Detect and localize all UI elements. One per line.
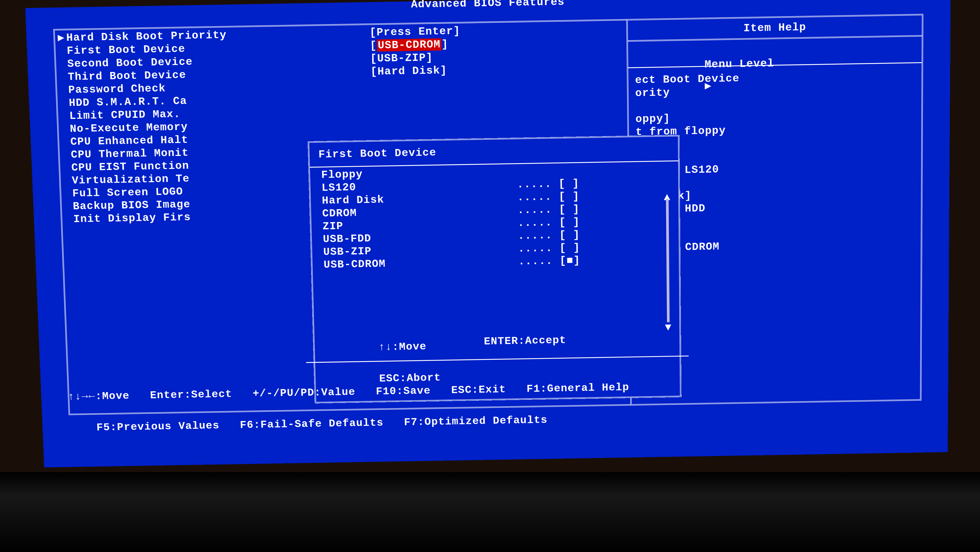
- option-label: Hard Disk: [322, 194, 384, 207]
- monitor-bezel: [0, 472, 980, 552]
- setting-label: Init Display Firs: [73, 211, 191, 225]
- bios-screen: 2008 Award Software Advanced BIOS Featur…: [25, 0, 950, 467]
- setting-label: CPU Thermal Monit: [70, 147, 189, 161]
- option-state: ..... [ ]: [518, 217, 580, 228]
- popup-scrollbar[interactable]: ▲ ▼: [663, 192, 673, 329]
- option-label: ZIP: [322, 220, 344, 233]
- scroll-track[interactable]: [666, 199, 670, 322]
- setting-label: CPU Enhanced Halt: [70, 134, 189, 148]
- option-state: ..... [ ]: [517, 178, 579, 190]
- item-help-title: Item Help: [628, 15, 922, 41]
- option-state: ..... [ ]: [518, 230, 580, 241]
- setting-label: HDD S.M.A.R.T. Ca: [68, 95, 187, 109]
- scroll-up-icon[interactable]: ▲: [663, 192, 672, 199]
- option-state: ..... [ ]: [517, 204, 580, 215]
- option-label: Floppy: [321, 168, 363, 181]
- setting-label: Full Screen LOGO: [72, 186, 183, 199]
- setting-label: First Boot Device: [67, 43, 185, 57]
- menu-level-label: Menu Level: [705, 57, 774, 71]
- setting-label: Limit CPUID Max.: [69, 108, 181, 122]
- hint-accept: ENTER:Accept: [484, 335, 566, 347]
- option-state: ..... [■]: [518, 255, 580, 267]
- setting-label: Virtualization Te: [72, 173, 190, 187]
- legend-line-1: ↑↓→←:Move Enter:Select +/-/PU/PD:Value F…: [68, 377, 922, 402]
- cursor-icon: ▶: [57, 32, 65, 43]
- menu-level-row: Menu Level ▶: [635, 45, 915, 63]
- key-legend: ↑↓→←:Move Enter:Select +/-/PU/PD:Value F…: [67, 356, 922, 454]
- setting-label: Password Check: [68, 82, 166, 96]
- option-label: USB-ZIP: [323, 246, 372, 258]
- setting-label: Second Boot Device: [67, 56, 193, 70]
- setting-value[interactable]: [Hard Disk]: [371, 65, 447, 77]
- setting-value[interactable]: [USB-CDROM]: [370, 39, 449, 51]
- setting-label: Hard Disk Boot Priority: [66, 29, 227, 44]
- setting-value[interactable]: [Press Enter]: [369, 26, 460, 38]
- setting-value[interactable]: [USB-ZIP]: [370, 52, 433, 64]
- main-frame: ▶Hard Disk Boot Priority[Press Enter]Fir…: [53, 14, 923, 415]
- option-label: USB-FDD: [323, 233, 371, 245]
- page-title: Advanced BIOS Features: [25, 0, 951, 17]
- setting-label: Third Boot Device: [68, 69, 186, 83]
- setting-label: No-Execute Memory: [70, 121, 188, 135]
- setting-label: Backup BIOS Image: [73, 198, 191, 212]
- header: 2008 Award Software Advanced BIOS Featur…: [25, 0, 951, 17]
- option-label: LS120: [321, 181, 356, 194]
- popup-title: First Boot Device: [318, 143, 669, 164]
- option-label: USB-CDROM: [323, 258, 386, 271]
- option-state: ..... [ ]: [518, 242, 580, 254]
- setting-label: CPU EIST Function: [71, 160, 189, 174]
- legend-line-2: F5:Previous Values F6:Fail-Safe Defaults…: [69, 408, 921, 433]
- option-label: CDROM: [322, 207, 357, 220]
- hint-move: ↑↓:Move: [379, 341, 427, 353]
- option-state: ..... [ ]: [517, 191, 580, 203]
